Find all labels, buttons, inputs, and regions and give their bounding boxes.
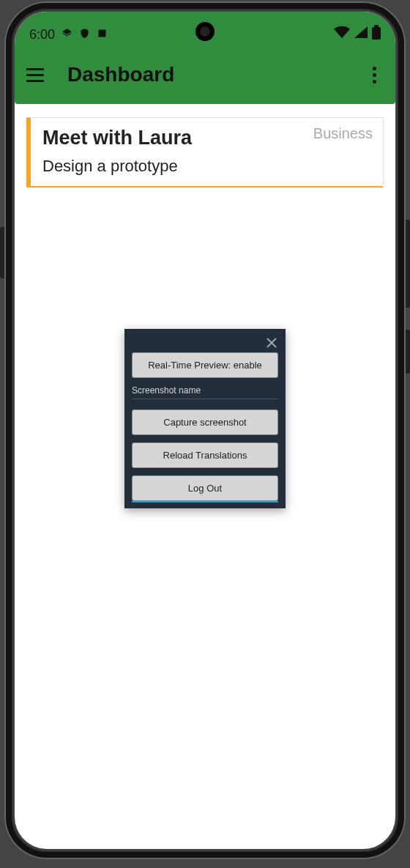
task-card[interactable]: Business Meet with Laura Design a protot… [26,117,384,188]
wifi-icon [334,26,350,42]
layers-icon [61,27,72,42]
page-title: Dashboard [67,63,174,86]
svg-rect-0 [99,30,106,37]
svg-rect-2 [372,27,381,40]
square-icon [97,27,108,42]
status-time: 6:00 [29,27,55,42]
panel-accent [132,501,278,502]
capture-screenshot-button[interactable]: Capture screenshot [132,409,278,435]
content-area: Business Meet with Laura Design a protot… [15,104,395,201]
home-indicator[interactable] [143,838,267,842]
shield-icon [79,27,90,42]
menu-icon[interactable] [26,64,48,86]
reload-translations-button[interactable]: Reload Translations [132,442,278,468]
signal-icon [354,26,368,41]
camera-notch [195,22,215,41]
task-subtitle: Design a prototype [42,157,371,176]
app-bar: Dashboard [15,45,395,104]
svg-rect-1 [374,25,379,27]
logout-button[interactable]: Log Out [132,475,278,501]
close-icon [265,336,278,349]
task-category: Business [313,125,373,142]
battery-icon [372,25,381,42]
debug-panel: Real-Time Preview: enable Screenshot nam… [124,329,286,508]
preview-toggle-button[interactable]: Real-Time Preview: enable [132,352,278,378]
close-button[interactable] [132,336,278,352]
screenshot-name-label: Screenshot name [132,385,278,396]
divider [132,398,278,399]
more-button[interactable] [363,64,385,86]
